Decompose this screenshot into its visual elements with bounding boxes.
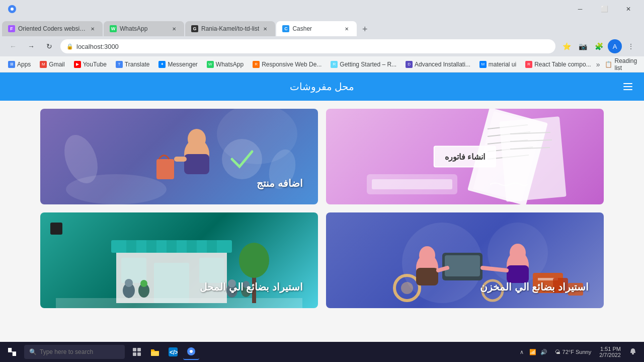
- bookmark-advanced[interactable]: D Advanced Installati...: [401, 58, 474, 70]
- bookmark-react-table[interactable]: R React Table compo...: [521, 58, 595, 70]
- svg-rect-34: [187, 240, 197, 253]
- cards-grid: اضافه منتج: [0, 101, 644, 316]
- svg-rect-72: [137, 352, 141, 356]
- card-add-product-label: اضافه منتج: [257, 177, 303, 189]
- reading-list-icon: 📋: [605, 61, 612, 68]
- bookmark-messenger[interactable]: ✦ Messenger: [154, 58, 201, 70]
- tray-icons: ∧ 📶 🔊: [517, 347, 549, 357]
- bookmark-whatsapp[interactable]: W WhatsApp: [203, 58, 248, 70]
- page-info-button[interactable]: ⭐: [559, 39, 574, 53]
- taskbar-pinned-icons: </>: [125, 344, 203, 360]
- card-import-store[interactable]: استيراد بضائع الي المحل: [40, 212, 318, 308]
- svg-rect-2: [623, 83, 632, 84]
- card-import-warehouse[interactable]: استيراد بضائع الي المخزن: [326, 212, 604, 308]
- svg-rect-39: [56, 298, 302, 308]
- back-button[interactable]: ←: [6, 39, 20, 53]
- tray-clock[interactable]: 1:51 PM 2/7/2022: [597, 346, 623, 358]
- file-explorer-button[interactable]: [147, 344, 163, 360]
- system-tray: ∧ 📶 🔊 🌤 72°F Sunny 1:51 PM 2/7/2022: [517, 345, 644, 359]
- bookmark-messenger-label: Messenger: [168, 61, 197, 68]
- svg-rect-70: [137, 348, 141, 351]
- tab-casher-close[interactable]: ✕: [343, 25, 351, 33]
- tab-casher[interactable]: C Casher ✕: [276, 21, 357, 36]
- hamburger-button[interactable]: [620, 79, 636, 95]
- svg-rect-36: [154, 263, 189, 303]
- svg-rect-62: [445, 255, 480, 276]
- menu-button[interactable]: ⋮: [624, 39, 638, 53]
- svg-text:</>: </>: [170, 349, 178, 356]
- svg-rect-35: [207, 240, 217, 253]
- clock-time: 1:51 PM: [599, 346, 621, 352]
- vscode-button[interactable]: </>: [165, 344, 181, 360]
- svg-point-45: [140, 280, 147, 287]
- bookmark-getting-started[interactable]: R Getting Started – R...: [327, 58, 400, 70]
- reading-list-button[interactable]: 📋 Reading list: [601, 58, 641, 70]
- bookmark-material[interactable]: M material ui: [475, 58, 520, 70]
- screenshot-button[interactable]: 📷: [576, 39, 590, 53]
- bookmark-gmail-label: Gmail: [49, 61, 64, 68]
- tab-figma-close[interactable]: ✕: [89, 25, 97, 33]
- material-favicon: M: [479, 61, 487, 68]
- notification-button[interactable]: [626, 345, 640, 359]
- more-bookmarks-button[interactable]: »: [596, 58, 600, 70]
- tab-whatsapp-close[interactable]: ✕: [170, 25, 178, 33]
- tab-whatsapp[interactable]: W WhatsApp ✕: [104, 21, 184, 36]
- tray-up-arrow[interactable]: ∧: [517, 347, 527, 357]
- svg-rect-22: [499, 116, 566, 202]
- bookmark-apps[interactable]: ⊞ Apps: [4, 58, 35, 70]
- start-button[interactable]: [0, 342, 24, 362]
- svg-rect-38: [199, 258, 224, 283]
- svg-rect-10: [174, 157, 187, 162]
- svg-point-41: [239, 243, 269, 278]
- svg-point-59: [510, 244, 526, 262]
- title-bar-left: [4, 5, 16, 13]
- whatsapp-favicon: W: [110, 25, 117, 32]
- search-icon: 🔍: [29, 348, 37, 355]
- bookmark-gmail[interactable]: M Gmail: [36, 58, 68, 70]
- svg-rect-60: [507, 265, 529, 283]
- card-import-store-label: استيراد بضائع الي المحل: [200, 281, 303, 293]
- svg-line-64: [482, 268, 507, 270]
- bookmark-responsive[interactable]: R Responsive Web De...: [249, 58, 326, 70]
- tab-github-close[interactable]: ✕: [261, 25, 269, 33]
- new-tab-button[interactable]: +: [358, 22, 372, 36]
- tab-figma[interactable]: F Oriented Coders website – Figma ✕: [2, 21, 103, 36]
- app-container: محل مفروشات: [0, 73, 644, 362]
- task-view-button[interactable]: [129, 344, 145, 360]
- card-create-invoice[interactable]: انشاء فاتوره: [326, 109, 604, 204]
- bookmark-translate[interactable]: T Translate: [112, 58, 154, 70]
- windows-icon: [8, 348, 16, 356]
- reload-button[interactable]: ↻: [42, 39, 56, 53]
- card-create-invoice-label: انشاء فاتوره: [445, 153, 485, 161]
- translate-favicon: T: [116, 61, 123, 68]
- tray-weather[interactable]: 🌤 72°F Sunny: [552, 349, 595, 355]
- taskbar-search-input[interactable]: [40, 348, 115, 355]
- tab-github[interactable]: G Rania-Kamel/to-td-list ✕: [185, 21, 275, 36]
- add-product-illustration: [40, 109, 318, 204]
- card-decoration: [50, 223, 62, 235]
- tab-github-title: Rania-Kamel/to-td-list: [201, 25, 259, 32]
- svg-rect-69: [133, 348, 136, 351]
- extensions-button[interactable]: 🧩: [592, 39, 606, 53]
- advanced-favicon: D: [406, 61, 413, 68]
- taskbar: 🔍 </>: [0, 342, 644, 362]
- close-button[interactable]: ✕: [617, 0, 640, 18]
- url-bar[interactable]: 🔒 localhost:3000: [60, 39, 555, 53]
- chrome-taskbar-button[interactable]: [183, 344, 199, 360]
- tray-network-icon[interactable]: 📶: [528, 347, 538, 357]
- weather-icon: 🌤: [555, 349, 560, 355]
- forward-button[interactable]: →: [24, 39, 38, 53]
- profile-button[interactable]: A: [608, 39, 622, 53]
- svg-rect-32: [146, 240, 156, 253]
- maximize-button[interactable]: ⬜: [593, 0, 616, 18]
- svg-point-8: [188, 129, 206, 149]
- svg-rect-57: [416, 268, 438, 285]
- minimize-button[interactable]: ─: [569, 0, 592, 18]
- svg-rect-71: [133, 352, 136, 356]
- svg-point-1: [11, 8, 14, 11]
- card-add-product[interactable]: اضافه منتج: [40, 109, 318, 204]
- tray-sound-icon[interactable]: 🔊: [539, 347, 549, 357]
- bookmark-youtube[interactable]: ▶ YouTube: [70, 58, 111, 70]
- casher-favicon: C: [282, 25, 289, 32]
- taskbar-search-box[interactable]: 🔍: [24, 345, 125, 359]
